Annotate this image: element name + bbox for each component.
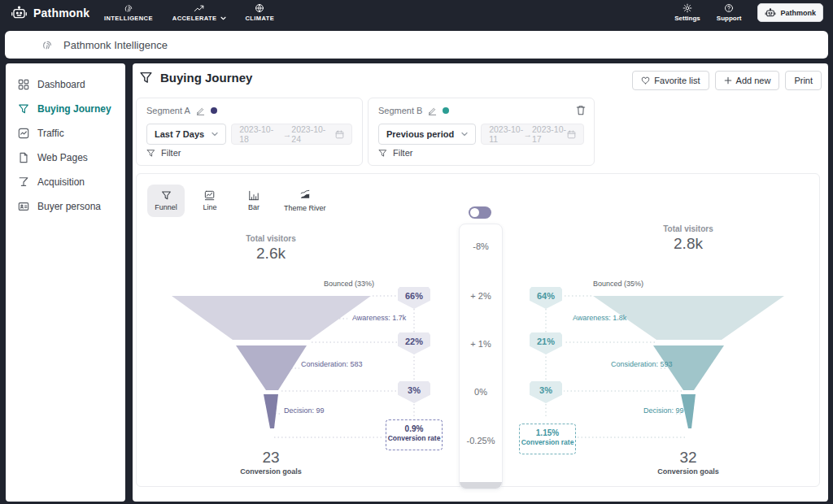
- tab-line[interactable]: Line: [191, 185, 229, 217]
- sidebar-item-label: Web Pages: [37, 152, 88, 163]
- filter-label: Filter: [393, 148, 412, 158]
- funnel-a-awareness-segment[interactable]: [172, 296, 371, 340]
- tab-theme-river-label: Theme River: [284, 204, 326, 212]
- filter-label: Filter: [161, 148, 181, 158]
- segment-a-period-select[interactable]: Last 7 Days: [146, 124, 226, 145]
- delta-value: + 2%: [460, 291, 502, 301]
- sidebar-item-buying-journey[interactable]: Buying Journey: [6, 97, 125, 121]
- sidebar-item-label: Traffic: [37, 128, 64, 139]
- id-card-icon: [18, 201, 29, 212]
- comparison-scale-card: -8% + 2% + 1% 0% -0.25%: [459, 224, 503, 489]
- segment-b-date-range[interactable]: 2023-10-11 → 2023-10-17: [481, 124, 584, 145]
- segment-b-card: Segment B Previous period 2023-10-11 → 2…: [368, 98, 595, 166]
- funnel-icon: [161, 190, 172, 201]
- nav-intelligence[interactable]: INTELLIGENCE: [104, 3, 153, 22]
- nav-climate-label: CLIMATE: [246, 15, 275, 22]
- delta-value: -8%: [460, 241, 502, 251]
- pathmonk-account-button[interactable]: Pathmonk: [757, 3, 823, 22]
- segment-b-name: Segment B: [378, 106, 422, 115]
- plus-icon: [724, 76, 732, 85]
- sidebar: Dashboard Buying Journey Traffic Web Pag…: [6, 63, 125, 502]
- page-title-text: Buying Journey: [160, 71, 252, 85]
- add-new-button[interactable]: Add new: [715, 71, 780, 90]
- funnel-icon: [18, 103, 29, 115]
- total-visitors-value-a: 2.6k: [230, 245, 312, 263]
- conversion-rate-label: Conversion rate: [386, 434, 442, 442]
- segment-b-color-dot[interactable]: [443, 107, 449, 114]
- settings-label: Settings: [674, 15, 700, 22]
- sidebar-item-label: Buying Journey: [37, 103, 111, 115]
- segment-a-filter-button[interactable]: Filter: [146, 148, 181, 158]
- edit-pencil-icon[interactable]: [428, 106, 437, 115]
- segment-a-date-range[interactable]: 2023-10-18 → 2023-10-24: [231, 124, 352, 145]
- date-end: 2023-10-17: [532, 124, 567, 144]
- globe-icon: [255, 3, 264, 13]
- main-panel: Buying Journey Favorite list Add new Pri…: [133, 63, 828, 502]
- comparison-toggle[interactable]: [469, 206, 491, 219]
- breadcrumb: Pathmonk Intelligence: [63, 39, 168, 51]
- segment-a-card: Segment A Last 7 Days 2023-10-18 → 2023-…: [136, 98, 363, 166]
- brand[interactable]: Pathmonk: [11, 6, 89, 20]
- segment-b-period-select[interactable]: Previous period: [378, 124, 476, 145]
- chevron-down-icon: [212, 132, 218, 137]
- brand-name: Pathmonk: [33, 7, 89, 20]
- total-visitors-label-a: Total visitors: [230, 234, 312, 243]
- traffic-chart-icon: [18, 128, 29, 139]
- edit-pencil-icon[interactable]: [196, 106, 205, 115]
- tab-theme-river[interactable]: Theme River: [279, 185, 331, 217]
- decision-label-b: Decision: 99: [643, 406, 684, 415]
- print-button[interactable]: Print: [785, 71, 822, 90]
- pathmonk-robot-icon: [765, 8, 776, 18]
- filter-funnel-icon: [378, 149, 387, 158]
- account-button-label: Pathmonk: [780, 9, 816, 17]
- scale-drag-handle[interactable]: [460, 482, 502, 489]
- funnel-a-decision-segment[interactable]: [264, 394, 278, 428]
- nav-climate[interactable]: CLIMATE: [246, 3, 275, 22]
- theme-river-icon: [299, 189, 311, 202]
- print-label: Print: [794, 76, 813, 85]
- segment-a-name: Segment A: [146, 106, 190, 115]
- fingerprint-icon: [124, 3, 133, 13]
- total-visitors-value-b: 2.8k: [648, 235, 729, 253]
- sidebar-item-buyer-persona[interactable]: Buyer persona: [6, 194, 125, 219]
- conversion-goals-label-a: Conversion goals: [230, 467, 312, 476]
- sidebar-item-web-pages[interactable]: Web Pages: [6, 146, 125, 170]
- nav-intelligence-label: INTELLIGENCE: [104, 15, 153, 22]
- sidebar-item-label: Acquisition: [37, 176, 85, 188]
- dashboard-grid-icon: [18, 79, 29, 90]
- support-button[interactable]: Support: [717, 3, 742, 22]
- delta-value: 0%: [460, 387, 502, 397]
- sidebar-item-label: Buyer persona: [37, 201, 101, 212]
- nav-accelerate[interactable]: ACCELERATE: [172, 3, 226, 22]
- delete-segment-button[interactable]: [576, 105, 586, 115]
- tab-funnel[interactable]: Funnel: [147, 185, 185, 217]
- segment-a-color-dot[interactable]: [211, 107, 217, 114]
- date-start: 2023-10-18: [239, 124, 283, 144]
- pathmonk-robot-icon: [11, 6, 28, 20]
- favorite-list-label: Favorite list: [654, 76, 700, 85]
- favorite-list-button[interactable]: Favorite list: [632, 71, 709, 90]
- awareness-label-a: Awareness: 1.7k: [352, 314, 406, 322]
- sidebar-item-acquisition[interactable]: Acquisition: [6, 170, 125, 194]
- gear-icon: [683, 3, 692, 13]
- chart-type-tabs: Funnel Line Bar Theme River: [147, 185, 331, 217]
- header-buttons: Favorite list Add new Print: [632, 71, 822, 90]
- segment-b-header: Segment B: [378, 106, 449, 115]
- consideration-label-b: Consideration: 593: [611, 360, 673, 368]
- conversion-rate-value: 1.15%: [520, 428, 575, 437]
- conversion-rate-box-a: 0.9% Conversion rate: [386, 419, 443, 450]
- sidebar-item-traffic[interactable]: Traffic: [6, 121, 125, 146]
- chevron-down-icon: [220, 16, 226, 20]
- tab-bar[interactable]: Bar: [235, 185, 273, 217]
- bounced-label-a: Bounced (33%): [275, 280, 374, 288]
- segment-b-filter-button[interactable]: Filter: [378, 148, 412, 158]
- funnel-chart-card: Funnel Line Bar Theme River: [136, 173, 820, 487]
- navbar-right: Settings Support Pathmonk: [674, 3, 823, 22]
- segment-a-header: Segment A: [146, 106, 217, 115]
- settings-button[interactable]: Settings: [674, 3, 700, 22]
- arrow-right-icon: →: [524, 129, 533, 139]
- segment-b-period-value: Previous period: [386, 129, 454, 139]
- breadcrumb-bar: Pathmonk Intelligence: [5, 31, 828, 59]
- document-icon: [18, 152, 29, 163]
- sidebar-item-dashboard[interactable]: Dashboard: [6, 72, 125, 97]
